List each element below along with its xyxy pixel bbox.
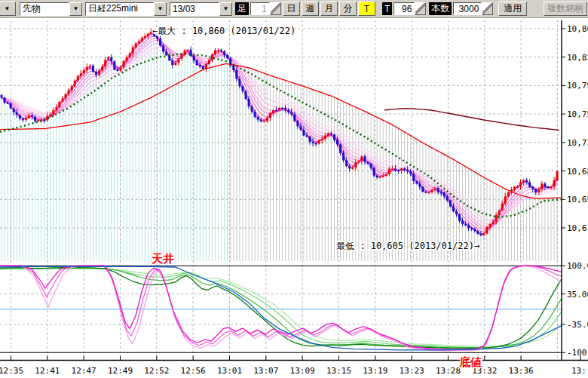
week-bar-button[interactable]: 週 <box>302 2 319 16</box>
interval-value: 1 <box>250 2 270 15</box>
interval-stepper[interactable]: 1 <box>250 2 281 15</box>
bar-count-value: 3000 <box>453 2 482 15</box>
tick-count-value: 96 <box>394 2 415 15</box>
svg-text:10,615: 10,615 <box>567 223 588 233</box>
svg-text:13:36: 13:36 <box>509 366 534 376</box>
rci-pink-1 <box>0 266 562 349</box>
chevron-down-icon: ▼ <box>5 5 11 12</box>
chevron-down-icon[interactable]: ▼ <box>69 2 82 16</box>
svg-text:100.00: 100.00 <box>567 261 588 271</box>
rci-pink-2 <box>0 266 562 350</box>
svg-text:13:01: 13:01 <box>217 366 242 376</box>
day-bar-button[interactable]: 日 <box>283 2 300 16</box>
toolbar: ▼ 先物 ▼ 日経225mini ▼ 13/03 ▼ 足 1 日 週 月 分 T… <box>0 0 588 18</box>
svg-text:12:35: 12:35 <box>0 366 23 376</box>
svg-text:天井: 天井 <box>151 252 174 266</box>
svg-text:13:07: 13:07 <box>253 366 278 376</box>
svg-text:-35.00: -35.00 <box>567 320 588 330</box>
instrument-type-combo[interactable]: 先物 ▼ <box>20 2 82 16</box>
bar-type-label: 足 <box>235 2 249 15</box>
bar-count-label: 本数 <box>429 2 452 15</box>
bar-count-stepper[interactable]: 3000 <box>453 2 493 15</box>
svg-text:35.00: 35.00 <box>567 290 588 300</box>
svg-text:13:19: 13:19 <box>363 366 387 376</box>
svg-text:10,720: 10,720 <box>567 138 588 148</box>
instrument-type-value: 先物 <box>20 2 69 16</box>
svg-text:10,860: 10,860 <box>567 24 588 34</box>
price-chart-canvas[interactable]: 10,86010,82510,79010,75510,72010,68510,6… <box>0 0 588 378</box>
chevron-down-icon[interactable]: ▼ <box>219 2 232 16</box>
svg-text:12:56: 12:56 <box>181 366 206 376</box>
spinner-icon[interactable] <box>482 2 493 15</box>
svg-text:10,790: 10,790 <box>567 81 588 91</box>
chevron-down-icon[interactable]: ▼ <box>154 2 167 16</box>
svg-text:13:: 13: <box>571 366 586 376</box>
svg-text:←最大 : 10,860 (2013/01/22): ←最大 : 10,860 (2013/01/22) <box>152 26 296 36</box>
svg-text:12:41: 12:41 <box>35 366 60 376</box>
rci-green-1 <box>0 268 562 349</box>
rci-pink-3 <box>0 266 562 351</box>
rci-green-3 <box>0 269 562 348</box>
contract-month-combo[interactable]: 13/03 ▼ <box>170 2 232 16</box>
svg-text:10,685: 10,685 <box>567 167 588 177</box>
tick-size-label: T <box>382 2 392 15</box>
svg-text:12:49: 12:49 <box>108 366 133 376</box>
combo-arrow-partial[interactable]: ▼ <box>0 2 16 16</box>
svg-text:10,650: 10,650 <box>567 195 588 204</box>
svg-text:10,755: 10,755 <box>567 109 588 119</box>
svg-text:12:47: 12:47 <box>72 366 96 376</box>
minute-bar-button[interactable]: 分 <box>339 2 357 16</box>
month-bar-button[interactable]: 月 <box>320 2 338 16</box>
svg-text:最低 : 10,605 (2013/01/22)→: 最低 : 10,605 (2013/01/22)→ <box>336 241 479 251</box>
svg-text:12:52: 12:52 <box>144 366 169 376</box>
symbol-combo[interactable]: 日経225mini ▼ <box>85 2 167 16</box>
spinner-icon[interactable] <box>270 2 281 15</box>
apply-button[interactable]: 適用 <box>498 2 527 16</box>
svg-text:13:15: 13:15 <box>326 366 351 376</box>
svg-text:-100.00: -100.00 <box>567 348 588 358</box>
spinner-icon[interactable] <box>415 2 426 15</box>
contract-month-value: 13/03 <box>170 2 219 16</box>
symbol-value: 日経225mini <box>85 2 154 16</box>
osc-blue <box>0 266 562 349</box>
multi-symbol-button[interactable]: 複数銘柄 <box>544 2 587 16</box>
svg-text:底値: 底値 <box>458 355 482 369</box>
svg-text:13:09: 13:09 <box>290 366 315 376</box>
rci-green-2 <box>0 268 562 348</box>
svg-text:10,825: 10,825 <box>567 53 588 63</box>
svg-text:13:23: 13:23 <box>400 366 424 376</box>
svg-text:13:28: 13:28 <box>436 366 461 376</box>
tick-count-stepper[interactable]: 96 <box>394 2 426 15</box>
tick-bar-button[interactable]: T <box>358 2 375 16</box>
app-window: ▼ 先物 ▼ 日経225mini ▼ 13/03 ▼ 足 1 日 週 月 分 T… <box>0 0 588 378</box>
ma-maroon <box>384 109 559 131</box>
